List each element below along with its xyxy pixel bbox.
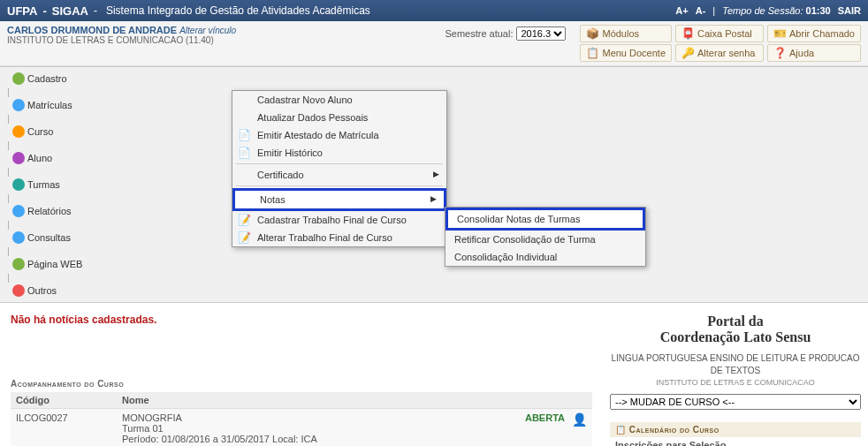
session-label: Tempo de Sessão:: [722, 5, 803, 16]
calendar-title: 📋 Calendário do Curso: [610, 422, 861, 437]
menu-consultas[interactable]: Consultas: [7, 230, 88, 246]
cell-name1: MONOGRFIA: [122, 412, 525, 423]
quicklink-icon: ❓: [773, 47, 786, 59]
dropdown-item-icon: 📝: [238, 214, 250, 226]
quicklink-icon: 🔑: [681, 47, 694, 59]
cell-code: ILCOG0027: [16, 412, 122, 444]
aluno-dropdown: Cadastrar Novo AlunoAtualizar Dados Pess…: [232, 90, 447, 247]
dropdown-item-certificado[interactable]: Certificado: [232, 166, 446, 184]
quicklink-icon: 📮: [681, 27, 694, 40]
menu-página-web[interactable]: Página WEB: [7, 256, 88, 272]
quicklink-módulos[interactable]: 📦Módulos: [580, 25, 672, 42]
menu-relatórios[interactable]: Relatórios: [7, 203, 88, 219]
menu-outros[interactable]: Outros: [7, 283, 88, 299]
person-icon[interactable]: 👤: [572, 412, 587, 444]
session-time: 01:30: [806, 5, 831, 16]
cell-status: ABERTA: [525, 412, 572, 444]
system-name: SIGAA: [52, 4, 88, 18]
dropdown-item-alterar-trabalho-final-de-curso[interactable]: 📝Alterar Trabalho Final de Curso: [232, 229, 446, 246]
app-name: UFPA: [7, 4, 37, 18]
dropdown-item-cadastrar-trabalho-final-de-curso[interactable]: 📝Cadastrar Trabalho Final de Curso: [232, 211, 446, 229]
table-header: Código Nome: [11, 392, 592, 409]
user-bar: CARLOS DRUMMOND DE ANDRADE Alterar víncu…: [0, 21, 868, 66]
dropdown-item-cadastrar-novo-aluno[interactable]: Cadastrar Novo Aluno: [232, 91, 446, 109]
change-link[interactable]: Alterar vínculo: [179, 26, 236, 35]
menu-aluno[interactable]: Aluno: [7, 150, 88, 166]
dropdown-item-icon: 📄: [238, 129, 250, 141]
menu-icon: [12, 99, 25, 111]
top-bar: UFPA - SIGAA - Sistema Integrado de Gest…: [0, 0, 868, 21]
quicklink-abrir-chamado[interactable]: 🎫Abrir Chamado: [767, 25, 861, 42]
user-dept: INSTITUTO DE LETRAS E COMUNICACAO (11.40…: [7, 35, 445, 45]
col-codigo: Código: [16, 395, 122, 405]
dropdown-item-emitir-histórico[interactable]: 📄Emitir Histórico: [232, 144, 446, 162]
course-dept: INSTITUTO DE LETRAS E COMUNICACAO: [610, 377, 861, 389]
main-menu: Cadastro|Matrículas|Curso|Aluno|Turmas|R…: [0, 66, 868, 303]
submenu-item-retificar-consolidação-de-turma[interactable]: Retificar Consolidação de Turma: [445, 231, 645, 248]
menu-cadastro[interactable]: Cadastro: [7, 71, 88, 87]
menu-matrículas[interactable]: Matrículas: [7, 97, 88, 113]
menu-icon: [12, 231, 25, 244]
course-name: LINGUA PORTUGUESA ENSINO DE LEITURA E PR…: [610, 352, 861, 377]
quicklink-icon: 📦: [586, 27, 598, 40]
menu-icon: [12, 152, 25, 164]
table-row: ILCOG0027 MONOGRFIA Turma 01 Período: 01…: [11, 409, 592, 446]
submenu-item-consolidar-notas-de-turmas[interactable]: Consolidar Notas de Turmas: [445, 208, 645, 231]
dropdown-item-atualizar-dados-pessoais[interactable]: Atualizar Dados Pessoais: [232, 109, 446, 126]
quicklink-alterar-senha[interactable]: 🔑Alterar senha: [675, 44, 764, 62]
change-course-select[interactable]: --> MUDAR DE CURSO <--: [610, 394, 861, 410]
cal-r1-label: Inscrições para Seleção: [615, 440, 856, 446]
acomp-title: Acompanhamento do Curso: [11, 379, 592, 389]
menu-curso[interactable]: Curso: [7, 124, 88, 140]
col-nome: Nome: [122, 395, 149, 405]
semester-label: Semestre atual:: [445, 28, 513, 39]
menu-icon: [12, 284, 25, 297]
font-increase[interactable]: A+: [675, 5, 688, 16]
menu-icon: [12, 205, 25, 217]
portal-title: Portal da Coordenação Lato Sensu: [610, 314, 861, 345]
submenu-item-consolidação-individual[interactable]: Consolidação Individual: [445, 248, 645, 266]
menu-icon: [12, 258, 25, 270]
system-subtitle: Sistema Integrado de Gestão de Atividade…: [106, 4, 370, 17]
notas-submenu: Consolidar Notas de TurmasRetificar Cons…: [445, 207, 646, 267]
font-decrease[interactable]: A-: [696, 5, 706, 16]
quicklink-icon: 🎫: [773, 27, 786, 40]
quicklink-ajuda[interactable]: ❓Ajuda: [767, 44, 861, 62]
menu-icon: [12, 178, 25, 191]
cell-name2: Turma 01: [122, 423, 525, 434]
dropdown-item-icon: 📄: [238, 147, 250, 159]
menu-icon: [12, 72, 25, 85]
quicklink-caixa-postal[interactable]: 📮Caixa Postal: [675, 25, 764, 42]
quicklink-menu-docente[interactable]: 📋Menu Docente: [580, 44, 672, 62]
menu-icon: [12, 125, 25, 138]
dropdown-item-notas[interactable]: Notas: [232, 188, 446, 211]
menu-turmas[interactable]: Turmas: [7, 177, 88, 193]
quicklink-icon: 📋: [586, 47, 598, 59]
user-name: CARLOS DRUMMOND DE ANDRADE: [7, 25, 177, 35]
no-news-notice: Não há notícias cadastradas.: [11, 314, 592, 326]
cell-period: Período: 01/08/2016 a 31/05/2017 Local: …: [122, 434, 525, 444]
dropdown-item-emitir-atestado-de-matrícula[interactable]: 📄Emitir Atestado de Matrícula: [232, 126, 446, 144]
semester-select[interactable]: 2016.3: [516, 26, 566, 41]
dropdown-item-icon: 📝: [238, 231, 250, 244]
exit-link[interactable]: SAIR: [838, 5, 861, 16]
